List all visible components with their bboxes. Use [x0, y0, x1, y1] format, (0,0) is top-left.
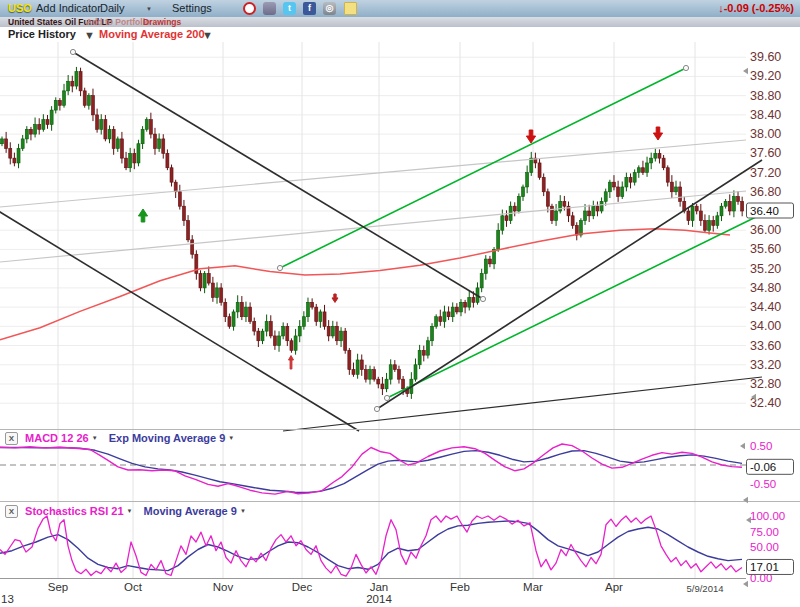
candle-body: [220, 288, 223, 302]
candle-body: [435, 317, 438, 327]
macd-dropdown[interactable]: MACD 12 26: [25, 432, 89, 444]
candle-body: [703, 221, 706, 231]
candle-body: [58, 100, 61, 105]
settings-button[interactable]: Settings: [172, 0, 212, 16]
candle-body: [360, 360, 363, 370]
chevron-down-icon[interactable]: ▼: [84, 28, 95, 43]
month-label: Sep: [48, 581, 68, 593]
candle-body: [174, 182, 177, 192]
candle-body: [459, 302, 462, 312]
twitter-icon[interactable]: t: [283, 2, 296, 15]
candle-body: [302, 317, 305, 327]
drawings-link[interactable]: Drawings: [143, 17, 181, 27]
trendline-handle[interactable]: [384, 395, 389, 400]
alarm-clock-icon[interactable]: [243, 2, 256, 15]
thin-red-up-arrow: [289, 356, 294, 370]
candle-body: [505, 216, 508, 221]
candle-body: [377, 379, 380, 384]
candle-body: [654, 153, 657, 158]
candle-body: [228, 317, 231, 327]
price-pane-header: Price History ▼ Moving Average 200 ▼: [0, 27, 800, 42]
candle-body: [1, 139, 4, 144]
stoch-ma-dropdown[interactable]: Moving Average 9: [144, 505, 237, 517]
stoch-dropdown[interactable]: Stochastics RSI 21: [25, 505, 123, 517]
candle-body: [517, 197, 520, 211]
notes-icon[interactable]: [344, 2, 357, 15]
candle-body: [439, 317, 442, 322]
period-select[interactable]: Daily: [100, 0, 124, 16]
candle-body: [112, 129, 115, 148]
symbol-ticker[interactable]: USO: [8, 0, 32, 16]
candle-body: [666, 168, 669, 182]
candle-body: [451, 307, 454, 317]
candle-body: [13, 158, 16, 163]
axis-anchor-arrow: [746, 517, 751, 523]
chevron-down-icon[interactable]: ▼: [202, 28, 213, 43]
candle-body: [319, 312, 322, 322]
macd-close-button[interactable]: X: [5, 432, 18, 445]
candle-body: [633, 173, 636, 183]
candle-body: [149, 120, 152, 134]
candle-body: [216, 288, 219, 298]
candle-body: [563, 201, 566, 206]
chevron-down-icon[interactable]: ▼: [127, 508, 133, 514]
trendline-handle[interactable]: [374, 406, 379, 411]
candle-body: [538, 163, 541, 177]
chevron-down-icon[interactable]: ▼: [146, 1, 152, 17]
macd-signal-dropdown[interactable]: Exp Moving Average 9: [109, 432, 226, 444]
candle-body: [617, 187, 620, 197]
candle-body: [571, 216, 574, 226]
candle-body: [397, 370, 400, 380]
candle-body: [542, 177, 545, 191]
trendline-handle[interactable]: [683, 65, 688, 70]
camera-icon[interactable]: ◎: [323, 2, 336, 15]
price-tick-label: 38.40: [750, 108, 781, 122]
price-tick-label: 34.40: [750, 300, 781, 314]
stoch-value-label: 17.01: [750, 561, 779, 573]
price-tick-label: 32.80: [750, 377, 781, 391]
moving-average-200-dropdown[interactable]: Moving Average 200: [99, 27, 205, 42]
add-indicator-button[interactable]: Add Indicator: [36, 0, 101, 16]
candle-body: [166, 153, 169, 167]
chevron-down-icon[interactable]: ▼: [228, 435, 234, 441]
add-to-portfolio-link[interactable]: Add to Portfolio: [86, 17, 150, 27]
facebook-icon[interactable]: f: [303, 2, 316, 15]
candle-body: [443, 312, 446, 322]
trendline-handle[interactable]: [70, 49, 75, 54]
red-down-arrow: [526, 130, 535, 143]
stoch-close-button[interactable]: X: [5, 505, 18, 518]
axis-anchor-arrow: [743, 68, 748, 74]
candle-body: [282, 326, 285, 336]
month-label: Feb: [450, 581, 470, 593]
candle-body: [600, 201, 603, 211]
candle-body: [42, 120, 45, 130]
red-down-arrow: [653, 127, 662, 140]
candle-body: [290, 341, 293, 351]
macd-tick-label: -0.50: [750, 478, 776, 490]
year-label-partial: 13: [1, 593, 14, 605]
candle-body: [720, 206, 723, 216]
candle-body: [9, 149, 12, 159]
chevron-down-icon[interactable]: ▼: [240, 508, 246, 514]
trendline-handle[interactable]: [277, 265, 282, 270]
candle-body: [484, 259, 487, 273]
candle-body: [373, 370, 376, 380]
library-icon[interactable]: [263, 2, 276, 15]
candle-body: [559, 201, 562, 211]
candle-body: [687, 211, 690, 221]
trendline-handle[interactable]: [480, 296, 485, 301]
price-tick-label: 34.00: [750, 319, 781, 333]
price-history-dropdown[interactable]: Price History: [8, 27, 76, 42]
candle-body: [244, 307, 247, 317]
candle-body: [629, 177, 632, 182]
macd-tick-label: 0.50: [750, 440, 772, 452]
price-tick-label: 39.20: [750, 69, 781, 83]
candle-body: [306, 302, 309, 316]
candle-body: [91, 96, 94, 115]
chevron-down-icon[interactable]: ▼: [92, 435, 98, 441]
last-price-label: 36.40: [750, 205, 779, 217]
candle-body: [352, 370, 355, 375]
candle-body: [178, 192, 181, 206]
axis-anchor-arrow: [743, 581, 748, 587]
candle-body: [575, 225, 578, 235]
